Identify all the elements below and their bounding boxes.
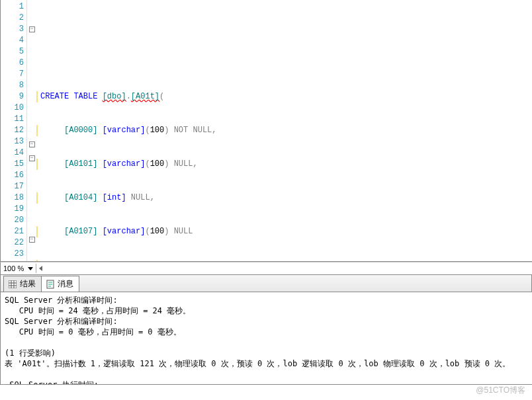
fold-marker xyxy=(27,200,36,212)
fold-marker xyxy=(27,178,36,189)
grid-icon xyxy=(8,280,17,289)
fold-marker[interactable]: − xyxy=(27,237,36,248)
code-line[interactable] xyxy=(36,24,532,35)
fold-marker xyxy=(27,13,36,24)
message-line xyxy=(5,369,528,380)
tab-results[interactable]: 结果 xyxy=(3,276,42,292)
line-number: 11 xyxy=(1,114,24,125)
zoom-dropdown[interactable]: 100 % xyxy=(3,264,33,272)
fold-marker xyxy=(27,71,36,83)
fold-gutter[interactable]: −−−− xyxy=(27,0,36,261)
line-number: 5 xyxy=(1,46,24,58)
fold-marker xyxy=(27,223,36,234)
svg-rect-0 xyxy=(9,280,17,288)
message-line xyxy=(5,337,528,348)
separator xyxy=(36,264,36,273)
code-line[interactable]: CREATE TABLE [dbo].[A01t]( xyxy=(36,91,532,102)
code-area[interactable]: CREATE TABLE [dbo].[A01t]( [A0000] [varc… xyxy=(36,0,532,261)
line-number: 13 xyxy=(1,136,24,147)
message-line: CPU 时间 = 0 毫秒，占用时间 = 0 毫秒。 xyxy=(5,327,528,337)
code-line[interactable]: [A0104] [int] NULL, xyxy=(36,192,532,204)
fold-marker xyxy=(27,38,36,49)
zoom-bar: 100 % xyxy=(0,262,532,275)
message-line: 表 'A01t'。扫描计数 1，逻辑读取 121 次，物理读取 0 次，预读 0… xyxy=(5,358,528,369)
code-line[interactable]: [A0101] [varchar](100) NULL, xyxy=(36,159,532,170)
chevron-down-icon xyxy=(28,267,33,270)
message-line: SQL Server 执行时间: xyxy=(5,380,528,385)
line-number: 1 xyxy=(1,1,24,13)
line-number: 17 xyxy=(1,181,24,192)
watermark: @51CTO博客 xyxy=(476,385,525,396)
code-editor[interactable]: 1234567891011121314151617181920212223 −−… xyxy=(0,0,532,262)
message-line: SQL Server 分析和编译时间: xyxy=(5,295,528,305)
tab-messages[interactable]: 消息 xyxy=(41,276,79,292)
fold-marker xyxy=(27,94,36,105)
line-number: 23 xyxy=(1,249,24,260)
message-line: (1 行受影响) xyxy=(5,348,528,358)
line-number: 19 xyxy=(1,204,24,215)
line-number: 7 xyxy=(1,69,24,80)
fold-marker xyxy=(27,60,36,71)
tab-label: 消息 xyxy=(58,278,73,290)
line-number: 4 xyxy=(1,35,24,46)
fold-marker xyxy=(27,116,36,128)
line-number: 2 xyxy=(1,13,24,24)
fold-marker[interactable]: − xyxy=(27,155,36,167)
line-number: 14 xyxy=(1,147,24,159)
fold-marker xyxy=(27,128,36,139)
message-line: CPU 时间 = 24 毫秒，占用时间 = 24 毫秒。 xyxy=(5,305,528,316)
code-line[interactable]: [A0000] [varchar](100) NOT NULL, xyxy=(36,125,532,136)
fold-marker xyxy=(27,49,36,60)
fold-marker xyxy=(27,248,36,259)
fold-marker xyxy=(27,212,36,223)
line-number-gutter: 1234567891011121314151617181920212223 xyxy=(1,0,27,261)
result-tabs: 结果 消息 xyxy=(0,275,532,292)
line-number: 9 xyxy=(1,91,24,102)
chevron-left-icon[interactable] xyxy=(39,266,42,271)
zoom-level: 100 % xyxy=(3,264,24,272)
line-number: 8 xyxy=(1,80,24,91)
document-icon xyxy=(46,280,55,289)
tab-label: 结果 xyxy=(20,278,36,290)
fold-marker[interactable]: − xyxy=(27,141,36,153)
line-number: 18 xyxy=(1,192,24,204)
line-number: 3 xyxy=(1,24,24,35)
messages-output[interactable]: SQL Server 分析和编译时间: CPU 时间 = 24 毫秒，占用时间 … xyxy=(0,292,532,385)
line-number: 12 xyxy=(1,125,24,136)
message-line: SQL Server 分析和编译时间: xyxy=(5,316,528,327)
fold-marker[interactable]: − xyxy=(27,26,36,38)
line-number: 22 xyxy=(1,237,24,249)
code-line[interactable] xyxy=(36,58,532,69)
fold-marker xyxy=(27,1,36,13)
fold-marker xyxy=(27,189,36,200)
line-number: 15 xyxy=(1,159,24,170)
line-number: 10 xyxy=(1,102,24,114)
fold-marker xyxy=(27,105,36,116)
line-number: 20 xyxy=(1,215,24,226)
fold-marker xyxy=(27,83,36,94)
fold-marker xyxy=(27,167,36,178)
line-number: 16 xyxy=(1,170,24,181)
code-line[interactable]: [A0107] [varchar](100) NULL xyxy=(36,226,532,237)
line-number: 6 xyxy=(1,58,24,69)
line-number: 21 xyxy=(1,226,24,237)
